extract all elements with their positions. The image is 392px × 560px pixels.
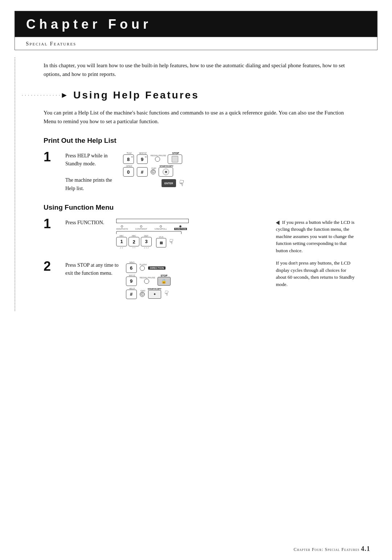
step1-line1: Press HELP while in [65, 152, 112, 160]
key-8: ⌣ 8 [123, 154, 134, 164]
keyboard-help: TUV ⌣ 8 WXYZ ⌣ 9 [123, 152, 184, 189]
func-keyboard: ANS/PHO'D CONTRAST V.RES/POLL [116, 219, 189, 250]
key1-sub: ✓✓ [120, 246, 123, 249]
step1-func-text: Press FUNCTION. [65, 219, 109, 227]
flash-container: FLASH [140, 263, 147, 271]
arrow-line: · · · · · · · · · · · · · ► [22, 90, 70, 100]
stop-label-top: STOP [172, 152, 179, 154]
redial-label: REDIAL/PAUSE [151, 154, 166, 157]
step1-line2: Standby mode. [65, 160, 112, 168]
footer-page: 4.1 [361, 545, 371, 552]
vca-container: VCA ▤ [156, 236, 166, 247]
flash-label: FLASH [140, 263, 147, 266]
key-flash [140, 266, 145, 271]
key-redial [155, 157, 160, 162]
hash2-container: HELP # [126, 287, 138, 299]
ind-vres: V.RES/POLL [154, 225, 167, 230]
step-1-print-help: 1 Press HELP while in Standby mode. The … [44, 152, 356, 193]
step2-function: 2 Press STOP at any time to exit the fun… [44, 261, 265, 300]
key2-sub: + + [132, 246, 136, 249]
key-stop2: 🔒 [158, 277, 171, 286]
key-stop [168, 154, 182, 164]
note-2: If you don't press any buttons, the LCD … [276, 259, 356, 288]
note2-text: If you don't press any buttons, the LCD … [276, 260, 355, 287]
subtitle-text: Special Features [26, 41, 76, 47]
finger-icon-3: ☟ [164, 289, 169, 298]
step2-func-number: 2 [44, 260, 58, 273]
note-1: If you press a button while the LCD is c… [276, 219, 356, 254]
content-area: In this chapter, you will learn how to u… [15, 50, 377, 311]
function-label: FUNCTION [174, 228, 187, 230]
redial2-container: REDIAL/PAUSE [140, 277, 155, 284]
direction-container: DIRECTION [148, 264, 166, 270]
startcopy2-container: START/COPY ✦ [148, 288, 162, 299]
num-key-3: 3 [141, 237, 152, 246]
key-row-enter: ENTER ☟ [123, 178, 184, 188]
bracket-curve [116, 231, 181, 234]
stop2-container: STOP 🔒 [158, 274, 171, 286]
stop2-label-top: STOP [160, 274, 167, 277]
key-row-top: TUV ⌣ 8 WXYZ ⌣ 9 [123, 152, 184, 164]
step1-number: 1 [44, 150, 58, 164]
step2-line1: Press STOP at any time to [65, 261, 119, 269]
main-content: In this chapter, you will learn how to u… [44, 50, 356, 311]
footer-text: Chapter Four: Special Features [294, 547, 359, 552]
chapter-header: Chapter Four [15, 11, 377, 37]
key6-container: MNO 6 [126, 261, 138, 273]
contrast-label: CONTRAST [135, 228, 147, 230]
key-9: ⌣ 9 [137, 154, 148, 164]
note1-text: If you press a button while the LCD is c… [276, 219, 355, 253]
tuv-label: TUV [127, 152, 132, 154]
ind-contrast: CONTRAST [135, 225, 147, 230]
help-features-para: You can print a Help List of the machine… [44, 108, 356, 126]
ans-label: ANS/PHO'D [116, 228, 128, 230]
ind-function: FUNCTION [174, 225, 187, 230]
step1-function: 1 Press FUNCTION. ANS/PHO'D [44, 219, 265, 250]
ind-ans: ANS/PHO'D [116, 225, 128, 230]
vres-label: V.RES/POLL [154, 228, 167, 230]
key-hash: # [137, 167, 148, 177]
key-enter: ENTER [162, 179, 176, 187]
subtitle-box: Special Features [15, 37, 377, 50]
arrow-right-icon: ► [60, 90, 68, 100]
key-9-s2: 9 [126, 277, 137, 286]
step2-func-text: Press STOP at any time to exit the funct… [65, 261, 119, 278]
finger-icon-2: ☟ [168, 238, 174, 246]
key-redial2 [144, 279, 149, 284]
ohd2-container: OHD Ⓒ [140, 290, 146, 297]
direction-btn: DIRECTION [148, 266, 166, 270]
function-menu-content: 1 Press FUNCTION. ANS/PHO'D [44, 219, 356, 311]
step1-line3: The machine prints the [65, 176, 112, 184]
step2-line2: exit the function menu. [65, 269, 119, 277]
key-6: 6 [126, 263, 137, 273]
dotted-border [15, 57, 22, 311]
note-triangle-icon [276, 221, 279, 225]
function-menu-right: If you press a button while the LCD is c… [276, 219, 356, 311]
footer: Chapter Four: Special Features 4.1 [294, 545, 370, 553]
chapter-title: Chapter Four [26, 17, 366, 32]
num-key-row: ABC 1 ✓✓ ABC 2 + + DEF 3 [116, 235, 189, 249]
key-ohd2: Ⓒ [140, 292, 145, 297]
key2-container: ABC 2 + + [128, 235, 139, 249]
redial2-label: REDIAL/PAUSE [140, 277, 155, 279]
key3-container: DEF 3 ✓✓✓ [141, 235, 152, 249]
key3-sub: ✓✓✓ [144, 246, 149, 249]
key-0: 0 [123, 167, 134, 177]
func-indicators: ANS/PHO'D CONTRAST V.RES/POLL [116, 225, 189, 230]
step1-line4: Help list. [65, 185, 112, 193]
help-features-title: Using Help Features [73, 89, 199, 101]
key1-container: ABC 1 ✓✓ [116, 235, 127, 249]
s2-row1: MNO 6 FLASH DIRECTION [126, 261, 171, 273]
function-menu-left: 1 Press FUNCTION. ANS/PHO'D [44, 219, 265, 311]
func-top-bar [116, 219, 189, 223]
key-ohd: Ⓒ [151, 169, 156, 174]
function-menu-heading: Using Function Menu [44, 204, 356, 211]
s2-row2: WXYZ 9 REDIAL/PAUSE STOP [126, 274, 171, 286]
print-help-heading: Print Out the Help List [44, 137, 356, 145]
finger-icon: ☟ [178, 178, 184, 188]
step1-func-number: 1 [44, 217, 58, 230]
dashes: · · · · · · · · · · · · · [22, 92, 60, 98]
intro-paragraph: In this chapter, you will learn how to u… [44, 61, 356, 78]
step1-text: Press HELP while in Standby mode. The ma… [65, 152, 112, 193]
s2-row3: HELP # OHD Ⓒ [126, 287, 171, 299]
